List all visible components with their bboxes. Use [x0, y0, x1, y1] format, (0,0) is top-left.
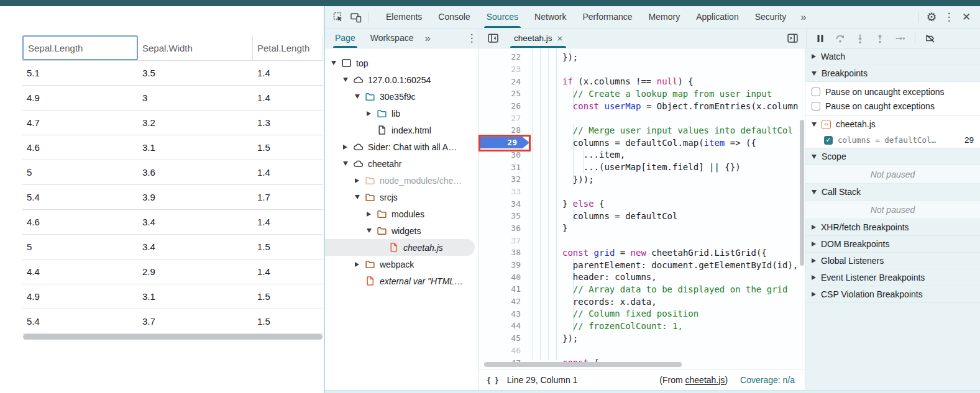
inspect-element-icon[interactable]: [330, 9, 347, 26]
checkbox-unchecked[interactable]: [812, 88, 820, 96]
navigator-tab-workspace[interactable]: Workspace: [363, 29, 421, 48]
close-tab-icon[interactable]: ×: [557, 33, 563, 43]
line-number[interactable]: 43: [479, 309, 529, 318]
line-number[interactable]: 26: [479, 101, 529, 111]
script-file-icon: ‹›: [822, 120, 831, 129]
tree-item-30e35f9c[interactable]: 30e35f9c: [325, 88, 478, 105]
folder-icon: [377, 225, 387, 236]
section-breakpoints[interactable]: Breakpoints: [805, 65, 980, 82]
tab-application[interactable]: Application: [688, 6, 747, 28]
column-header-sepal-length[interactable]: Sepal.Length: [22, 35, 138, 60]
checkbox-checked[interactable]: ✓: [824, 136, 833, 145]
code-line: 32 }));: [479, 173, 805, 186]
tree-item-external-var-html[interactable]: external var "HTML…: [325, 273, 478, 289]
step-into-icon[interactable]: [851, 30, 869, 47]
pause-on-caught-row[interactable]: Pause on caught exceptions: [805, 99, 980, 113]
source-origin: (From cheetah.js): [659, 375, 728, 385]
line-number[interactable]: 40: [479, 273, 529, 282]
column-header-petal-length[interactable]: Petal.Length: [253, 35, 323, 60]
line-number[interactable]: 30: [479, 150, 529, 160]
section-global-listeners[interactable]: Global Listeners: [805, 253, 980, 269]
table-cell: 4.7: [22, 117, 138, 128]
pretty-print-icon[interactable]: { }: [487, 375, 500, 384]
line-number[interactable]: 32: [479, 174, 529, 184]
code-line: 42 records: x.data,: [479, 296, 805, 308]
more-tabs-chevron[interactable]: »: [794, 11, 812, 24]
section-dom-breakpoints[interactable]: DOM Breakpoints: [805, 236, 980, 253]
tab-network[interactable]: Network: [526, 6, 574, 28]
line-number[interactable]: 44: [479, 321, 529, 330]
step-over-icon[interactable]: [831, 30, 849, 47]
coverage-status[interactable]: Coverage: n/a: [740, 375, 795, 385]
line-number[interactable]: 38: [479, 248, 529, 257]
section-scope[interactable]: Scope: [805, 148, 980, 165]
step-out-icon[interactable]: [871, 30, 889, 47]
tab-memory[interactable]: Memory: [641, 6, 689, 28]
grid-horizontal-scrollbar[interactable]: [23, 334, 323, 340]
breakpoint-file-group[interactable]: ‹› cheetah.js: [805, 116, 980, 132]
line-number[interactable]: 27: [479, 114, 529, 123]
section-event-listener-breakpoints[interactable]: Event Listener Breakpoints: [805, 269, 980, 286]
line-number[interactable]: 31: [479, 163, 529, 172]
tree-item-srcjs[interactable]: srcjs: [325, 189, 478, 206]
tab-console[interactable]: Console: [430, 6, 478, 28]
tree-item-widgets[interactable]: widgets: [325, 222, 478, 239]
pause-script-icon[interactable]: [812, 30, 829, 47]
line-number[interactable]: 42: [479, 297, 529, 306]
tree-item-top[interactable]: top: [325, 55, 478, 71]
section-call-stack[interactable]: Call Stack: [805, 184, 980, 201]
collapse-navigator-icon[interactable]: [484, 30, 501, 47]
tree-item-127-0-0-1-60254[interactable]: 127.0.0.1:60254: [325, 71, 478, 88]
tab-security[interactable]: Security: [747, 6, 795, 28]
device-toolbar-icon[interactable]: [347, 9, 365, 26]
source-origin-link[interactable]: cheetah.js: [685, 375, 725, 385]
line-number[interactable]: 36: [479, 224, 529, 233]
tree-item-cheetah-js[interactable]: cheetah.js: [325, 239, 475, 256]
deactivate-breakpoints-icon[interactable]: [922, 30, 939, 47]
column-header-sepal-width[interactable]: Sepal.Width: [138, 35, 253, 60]
close-devtools-icon[interactable]: ✕: [958, 9, 975, 26]
tree-item-index-html[interactable]: index.html: [325, 122, 478, 138]
line-number[interactable]: 22: [479, 52, 529, 61]
line-number[interactable]: 35: [479, 211, 529, 220]
line-number[interactable]: 33: [479, 187, 529, 196]
line-number[interactable]: 41: [479, 284, 529, 294]
table-cell: 1.4: [253, 167, 323, 178]
tree-item-modules[interactable]: modules: [325, 206, 478, 222]
collapse-debugger-sidebar-icon[interactable]: [784, 30, 801, 47]
line-number[interactable]: 34: [479, 199, 529, 209]
line-number[interactable]: 24: [479, 77, 529, 86]
pause-on-uncaught-row[interactable]: Pause on uncaught exceptions: [805, 84, 980, 99]
line-number[interactable]: 46: [479, 346, 529, 355]
settings-gear-icon[interactable]: ⚙: [923, 9, 940, 26]
tab-performance[interactable]: Performance: [574, 6, 640, 28]
section-xhr-fetch-breakpoints[interactable]: XHR/fetch Breakpoints: [805, 219, 980, 236]
navigator-kebab-icon[interactable]: ⋮: [465, 30, 479, 47]
tree-item-sider-chat-with-all-a[interactable]: Sider: Chat with all A…: [325, 138, 478, 155]
tree-item-cheetahr[interactable]: cheetahr: [325, 155, 478, 172]
tree-item-node-modules-che[interactable]: node_modules/che…: [325, 172, 478, 189]
section-csp-violation-breakpoints[interactable]: CSP Violation Breakpoints: [805, 286, 980, 303]
editor-horizontal-scrollbar[interactable]: [484, 362, 682, 367]
line-number[interactable]: 37: [479, 236, 529, 245]
editor-tab-cheetah-js[interactable]: cheetah.js ×: [510, 29, 566, 48]
tree-item-webpack[interactable]: webpack: [325, 256, 478, 273]
line-number[interactable]: 25: [479, 89, 529, 98]
line-number[interactable]: 39: [479, 260, 529, 269]
step-icon[interactable]: [891, 30, 909, 47]
checkbox-unchecked[interactable]: [812, 102, 820, 111]
section-watch[interactable]: Watch: [805, 48, 980, 65]
editor-vertical-scrollbar[interactable]: [800, 120, 804, 266]
tab-sources[interactable]: Sources: [479, 6, 526, 28]
indent-guide: [573, 173, 574, 186]
line-number[interactable]: 45: [479, 333, 529, 343]
code-line: 46: [479, 345, 805, 357]
kebab-menu-icon[interactable]: ⋮: [940, 9, 958, 26]
line-number[interactable]: 23: [479, 65, 529, 74]
navigator-tab-page[interactable]: Page: [327, 29, 363, 48]
tab-elements[interactable]: Elements: [378, 6, 430, 28]
breakpoint-entry[interactable]: ✓ columns = defaultCol… 29: [805, 132, 980, 148]
line-number[interactable]: 28: [479, 125, 529, 135]
navigator-more-chevron[interactable]: »: [421, 32, 434, 45]
tree-item-lib[interactable]: lib: [325, 105, 478, 122]
